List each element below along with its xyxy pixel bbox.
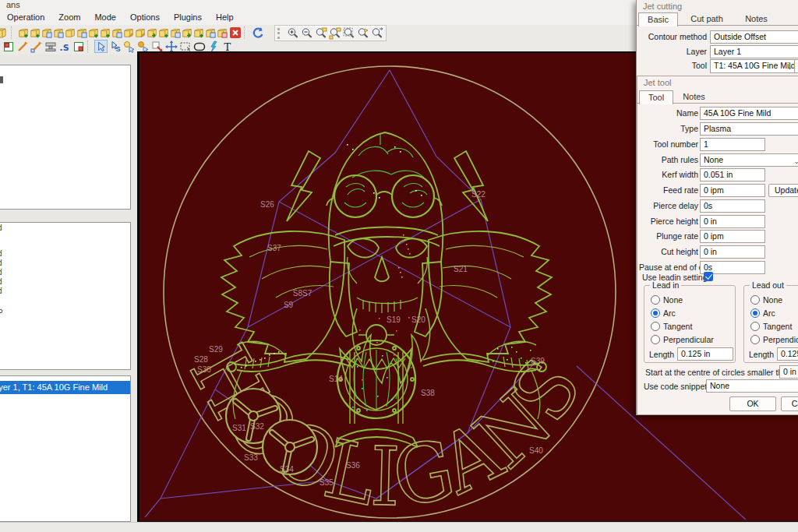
lead-in-radio-tangent[interactable]: Tangent	[651, 322, 692, 331]
lead-out-length-field[interactable]: 0.125 in	[777, 347, 798, 361]
menu-operation[interactable]: Operation	[0, 10, 51, 23]
link-operations-icon[interactable]	[182, 26, 192, 39]
jet-tool-tab-tool[interactable]: Tool	[639, 90, 673, 104]
menu-help[interactable]: Help	[209, 10, 241, 23]
operation-properties-icon[interactable]	[205, 26, 216, 39]
jet-cutting-tab-notes[interactable]: Notes	[737, 12, 775, 25]
truncated-list-text: P	[0, 308, 3, 317]
status-bar	[0, 522, 798, 532]
jet-tool-tab-notes[interactable]: Notes	[675, 90, 713, 103]
jet-tool-title: Jet tool	[644, 78, 671, 87]
zoom-selection-icon[interactable]	[314, 26, 327, 40]
select-cursor-icon[interactable]	[94, 40, 108, 53]
export-file-icon[interactable]	[30, 40, 43, 53]
tool-number-label: Tool number	[639, 139, 698, 149]
menu-plugins[interactable]: Plugins	[167, 10, 209, 23]
save-job-icon[interactable]	[41, 26, 52, 39]
group-operations-icon[interactable]	[158, 26, 169, 39]
edit-operation-icon[interactable]	[147, 26, 157, 39]
panel-text-fragment	[0, 76, 3, 83]
lead-in-radio-none[interactable]: None	[651, 295, 683, 305]
plunge-rate-field[interactable]: 0 ipm	[700, 230, 765, 243]
zoom-all-icon[interactable]	[328, 26, 341, 40]
zoom-previous-icon[interactable]	[370, 26, 383, 40]
zoom-out-icon[interactable]	[300, 26, 313, 40]
zoom-in-icon[interactable]	[286, 26, 299, 40]
menu-mode[interactable]: Mode	[87, 10, 123, 23]
contour-method-field[interactable]: Outside Offset	[710, 30, 798, 44]
plunge-rate-label: Plunge rate	[639, 231, 698, 241]
lead-out-radio-none[interactable]: None	[750, 295, 782, 305]
path-rules-field[interactable]: None⌄	[700, 153, 798, 167]
undo-icon[interactable]	[251, 26, 264, 39]
run-machine-icon[interactable]	[44, 40, 57, 53]
jet-cutting-tab-basic[interactable]: Basic	[638, 12, 678, 26]
tool-field[interactable]: T1: 45A 10G Fine Mild⌄	[710, 59, 796, 73]
operations-panel[interactable]: ddddddP	[0, 222, 131, 370]
snap-settings-icon[interactable]: .S	[58, 40, 71, 53]
import-drawing-icon[interactable]	[53, 26, 64, 39]
layer-field[interactable]: Layer 1	[710, 45, 798, 58]
cancel-button[interactable]: Cancel	[781, 396, 798, 411]
menu-zoom[interactable]: Zoom	[51, 10, 87, 23]
edit-contour-icon[interactable]	[122, 40, 136, 53]
tool-label: Tool	[638, 61, 707, 70]
use-leadin-checkbox[interactable]	[704, 272, 713, 281]
name-field[interactable]: 45A 10G Fine Mild	[700, 107, 798, 120]
lead-in-radio-perpendicular[interactable]: Perpendicular	[651, 335, 714, 344]
circle-start-field[interactable]: 0 in	[779, 365, 798, 379]
tool-number-field[interactable]: 1	[700, 138, 765, 151]
truncated-list-text: d	[0, 268, 2, 277]
selected-layer-tool-item[interactable]: Layer 1, T1: 45A 10G Fine Mild	[0, 381, 130, 394]
post-process-icon[interactable]	[217, 26, 228, 39]
lead-in-length-field[interactable]: 0.125 in	[677, 347, 733, 361]
truncated-list-text: d	[0, 249, 2, 258]
ungroup-operations-icon[interactable]	[170, 26, 181, 39]
kerf-width-field[interactable]: 0.051 in	[700, 168, 765, 181]
goggles	[327, 175, 442, 217]
contour-mode-icon[interactable]	[72, 40, 85, 53]
type-field[interactable]: Plasma	[700, 122, 798, 136]
tool-edit-button[interactable]	[794, 59, 798, 73]
zoom-toolbar	[274, 25, 387, 41]
feed-rate-label: Feed rate	[639, 185, 698, 195]
lead-in-radio-arc[interactable]: Arc	[651, 308, 676, 318]
lead-out-radio-arc[interactable]: Arc	[750, 308, 775, 318]
insert-drawing-icon[interactable]	[65, 26, 76, 39]
duplicate-operation-icon[interactable]	[111, 26, 122, 39]
update-operations-button[interactable]: Update operations	[768, 184, 798, 197]
code-snippet-field[interactable]: None	[706, 379, 798, 393]
refresh-operations-icon[interactable]	[193, 26, 204, 39]
copy-operation-icon[interactable]	[76, 26, 87, 39]
move-operation-down-icon[interactable]	[135, 26, 146, 39]
cut-height-field[interactable]: 0 in	[700, 245, 765, 259]
menu-bar: OperationZoomModeOptionsPluginsHelp	[0, 10, 639, 25]
ok-button[interactable]: OK	[729, 396, 776, 411]
zoom-window-icon[interactable]	[342, 26, 355, 40]
svg-text:S: S	[115, 45, 120, 53]
select-contour-icon[interactable]: S	[108, 40, 122, 53]
zoom-part-icon[interactable]	[356, 26, 369, 40]
new-job-icon[interactable]	[18, 26, 29, 39]
parts-panel[interactable]	[0, 65, 131, 210]
insert-operation-icon[interactable]	[100, 26, 111, 39]
truncated-list-text: d	[0, 259, 2, 267]
window-title: ans	[6, 0, 20, 9]
clipped-edge-icon[interactable]	[0, 26, 7, 39]
import-file-icon[interactable]	[16, 40, 29, 53]
pierce-height-field[interactable]: 0 in	[700, 215, 765, 228]
lead-out-length-label: Length	[749, 350, 774, 359]
jet-cutting-tab-cut-path[interactable]: Cut path	[680, 12, 734, 25]
layers-tools-panel[interactable]: Layer 1, T1: 45A 10G Fine Mild	[0, 375, 131, 522]
menu-options[interactable]: Options	[123, 10, 167, 23]
lead-in-title: Lead in	[650, 280, 681, 290]
pierce-delay-field[interactable]: 0s	[700, 199, 765, 213]
move-operation-up-icon[interactable]	[123, 26, 134, 39]
part-mode-icon[interactable]	[2, 40, 15, 53]
feed-rate-field[interactable]: 0 ipm	[700, 184, 765, 197]
delete-operation-icon[interactable]	[228, 26, 242, 39]
open-job-icon[interactable]	[30, 26, 41, 39]
add-operation-icon[interactable]	[88, 26, 99, 39]
lead-out-radio-tangent[interactable]: Tangent	[750, 322, 792, 331]
lead-out-radio-perpendicular[interactable]: Perpendicular	[750, 335, 798, 344]
